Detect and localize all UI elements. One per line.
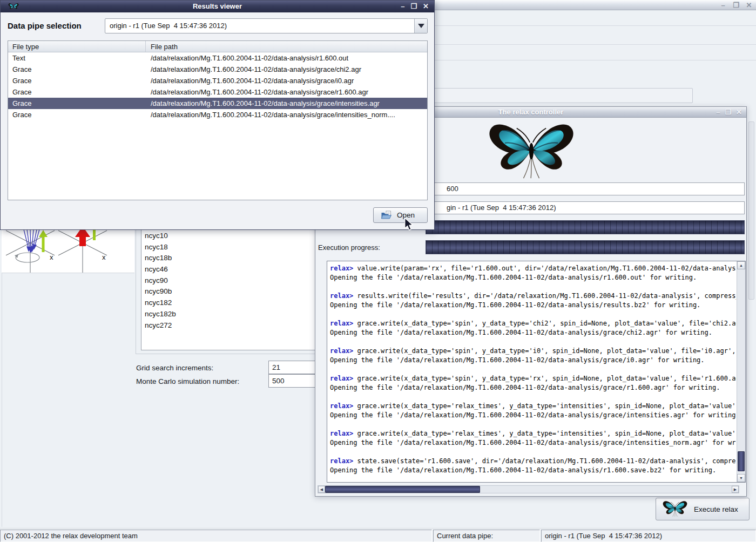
- ncyc-list[interactable]: ncyc10ncyc18ncyc18bncyc46ncyc90ncyc90bnc…: [141, 226, 316, 350]
- axes-diagram-svg: x x: [2, 229, 134, 273]
- relax-prompt: relax>: [330, 292, 357, 300]
- mouse-cursor: [404, 218, 414, 231]
- scroll-left-arrow[interactable]: ◀: [318, 486, 325, 493]
- log-console[interactable]: relax> value.write(param='rx', file='r1.…: [327, 261, 746, 483]
- butterfly-icon: [660, 500, 690, 518]
- main-close-button[interactable]: ✕: [745, 1, 753, 10]
- main-window-scrollbar[interactable]: [748, 121, 754, 300]
- horizontal-scroll-thumb[interactable]: [325, 486, 480, 493]
- relax-prompt: relax>: [330, 265, 357, 272]
- table-row[interactable]: Grace/data/relaxation/Mg.T1.600.2004-11-…: [8, 109, 427, 120]
- chevron-down-icon: [418, 24, 424, 28]
- vertical-scroll-thumb[interactable]: [738, 451, 745, 471]
- data-pipe-combobox[interactable]: origin - r1 (Tue Sep 4 15:47:36 2012): [105, 18, 428, 33]
- table-row[interactable]: Grace/data/relaxation/Mg.T1.600.2004-11-…: [8, 75, 427, 86]
- log-content: relax> value.write(param='rx', file='r1.…: [330, 264, 736, 482]
- file-table-header[interactable]: File type File path: [8, 41, 427, 52]
- list-item[interactable]: ncyc90b: [145, 286, 316, 297]
- list-item[interactable]: ncyc272: [145, 320, 316, 331]
- table-row[interactable]: Text/data/relaxation/Mg.T1.600.2004-11-0…: [8, 52, 427, 64]
- column-header-file-path[interactable]: File path: [146, 43, 427, 51]
- relax-prompt: relax>: [330, 320, 357, 327]
- scroll-up-arrow[interactable]: ▲: [737, 261, 745, 269]
- open-button[interactable]: Open: [373, 207, 428, 223]
- status-pipe-label: Current data pipe:: [433, 530, 540, 542]
- file-type-cell: Grace: [8, 65, 146, 73]
- dialog-titlebar[interactable]: Results viewer – ❒ ✕: [1, 1, 434, 12]
- execute-relax-button[interactable]: Execute relax: [656, 498, 750, 520]
- data-pipe-dropdown-button[interactable]: [414, 19, 427, 33]
- controller-minimize-button[interactable]: –: [716, 108, 720, 116]
- progress-bar-execution: [426, 240, 745, 254]
- dialog-title: Results viewer: [1, 2, 434, 10]
- list-item[interactable]: ncyc18: [145, 242, 316, 253]
- log-entry: relax> state.save(state='r1.600.save', d…: [330, 457, 736, 475]
- log-entry: relax> grace.write(x_data_type='spin', y…: [330, 319, 736, 337]
- execution-progress-label: Execution progress:: [318, 243, 380, 252]
- file-path-cell: /data/relaxation/Mg.T1.600.2004-11-02/da…: [146, 65, 427, 73]
- table-row[interactable]: Grace/data/relaxation/Mg.T1.600.2004-11-…: [8, 98, 427, 109]
- relax-prompt: relax>: [330, 430, 357, 437]
- monte-carlo-value: 500: [272, 377, 285, 385]
- file-type-cell: Grace: [8, 111, 146, 119]
- file-table-body: Text/data/relaxation/Mg.T1.600.2004-11-0…: [8, 52, 427, 120]
- log-vertical-scrollbar[interactable]: ▲ ▼: [737, 261, 745, 482]
- list-item[interactable]: ncyc10: [145, 231, 316, 242]
- column-header-file-type[interactable]: File type: [8, 41, 146, 52]
- scroll-down-arrow[interactable]: ▼: [737, 474, 745, 482]
- list-item[interactable]: ncyc46: [145, 264, 316, 275]
- divider: [136, 354, 316, 354]
- data-pipe-combobox-value: origin - r1 (Tue Sep 4 15:47:36 2012): [110, 22, 227, 30]
- main-restore-button[interactable]: ❐: [732, 1, 740, 10]
- table-row[interactable]: Grace/data/relaxation/Mg.T1.600.2004-11-…: [8, 64, 427, 75]
- list-item[interactable]: ncyc182: [145, 297, 316, 309]
- results-viewer-dialog: Results viewer – ❒ ✕ Data pipe selection…: [0, 0, 435, 230]
- divider: [2, 273, 2, 527]
- file-type-cell: Grace: [8, 88, 146, 96]
- controller-close-button[interactable]: ✕: [736, 108, 742, 116]
- list-item[interactable]: ncyc18b: [145, 253, 316, 264]
- relax-prompt: relax>: [330, 402, 357, 410]
- file-path-cell: /data/relaxation/Mg.T1.600.2004-11-02/da…: [146, 99, 427, 107]
- log-entry: relax> grace.write(x_data_type='relax_ti…: [330, 429, 736, 448]
- relax-prompt: relax>: [330, 347, 357, 355]
- scroll-right-arrow[interactable]: ▶: [732, 486, 739, 493]
- file-type-cell: Grace: [8, 77, 146, 85]
- log-entry: relax> grace.write(x_data_type='spin', y…: [330, 374, 736, 392]
- monte-carlo-input[interactable]: 500: [268, 374, 322, 388]
- list-item[interactable]: ncyc182b: [145, 309, 316, 320]
- status-pipe-value: origin - r1 (Tue Sep 4 15:47:36 2012): [541, 530, 756, 542]
- table-row[interactable]: Grace/data/relaxation/Mg.T1.600.2004-11-…: [8, 86, 427, 98]
- log-entry: relax> grace.write(x_data_type='relax_ti…: [330, 402, 736, 420]
- status-copyright: (C) 2001-2012 the relax development team: [0, 530, 432, 542]
- dialog-minimize-button[interactable]: –: [401, 2, 404, 10]
- grid-search-input[interactable]: 21: [268, 361, 322, 374]
- log-horizontal-scrollbar[interactable]: ◀ ▶: [318, 485, 739, 493]
- log-entry: relax> results.write(file='results', dir…: [330, 292, 736, 310]
- file-table: File type File path Text/data/relaxation…: [8, 40, 428, 200]
- controller-maximize-button[interactable]: ❒: [725, 108, 731, 116]
- butterfly-logo: [480, 120, 583, 184]
- progress-bar-main: [426, 220, 745, 234]
- dialog-maximize-button[interactable]: ❒: [410, 2, 417, 10]
- main-minimize-button[interactable]: –: [719, 1, 727, 10]
- data-pipe-selection-label: Data pipe selection: [8, 21, 82, 30]
- relax-prompt: relax>: [330, 375, 357, 382]
- axis-x-label: x: [102, 253, 106, 261]
- file-path-cell: /data/relaxation/Mg.T1.600.2004-11-02/da…: [146, 111, 427, 119]
- grid-search-label: Grid search increments:: [136, 364, 213, 372]
- file-path-cell: /data/relaxation/Mg.T1.600.2004-11-02/da…: [146, 88, 427, 96]
- status-bar: (C) 2001-2012 the relax development team…: [0, 528, 756, 542]
- file-path-cell: /data/relaxation/Mg.T1.600.2004-11-02/da…: [146, 54, 427, 62]
- log-entry: relax> grace.write(x_data_type='spin', y…: [330, 347, 736, 365]
- divider: [136, 229, 136, 354]
- monte-carlo-label: Monte Carlo simulation number:: [136, 377, 239, 385]
- dialog-close-button[interactable]: ✕: [423, 2, 429, 10]
- spin-vector-illustration: x x: [2, 229, 134, 273]
- list-item[interactable]: ncyc90: [145, 275, 316, 287]
- execute-relax-label: Execute relax: [694, 505, 738, 513]
- file-type-cell: Grace: [8, 99, 146, 107]
- file-type-cell: Text: [8, 54, 146, 62]
- log-entry: relax> value.write(param='rx', file='r1.…: [330, 264, 736, 282]
- file-path-cell: /data/relaxation/Mg.T1.600.2004-11-02/da…: [146, 77, 427, 85]
